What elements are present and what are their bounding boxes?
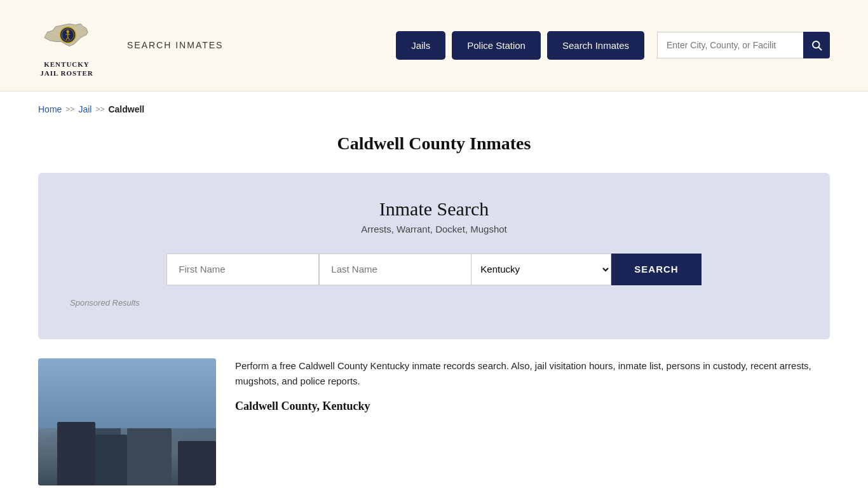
header-search-inmates-label: SEARCH INMATES — [127, 40, 223, 50]
breadcrumb-sep2: >> — [95, 105, 104, 114]
logo-text: KENTUCKY JAIL ROSTER — [40, 60, 93, 78]
last-name-input[interactable] — [319, 254, 471, 285]
search-icon — [811, 39, 822, 51]
search-submit-button[interactable]: SEARCH — [611, 254, 701, 285]
search-card-title: Inmate Search — [70, 198, 798, 220]
content-text: Perform a free Caldwell County Kentucky … — [235, 358, 830, 414]
first-name-input[interactable] — [166, 254, 319, 285]
svg-point-2 — [67, 30, 69, 33]
content-description: Perform a free Caldwell County Kentucky … — [235, 358, 830, 390]
sponsored-label: Sponsored Results — [70, 298, 798, 308]
header-search-bar — [657, 32, 830, 58]
inmate-search-form: KentuckyAlabamaAlaskaArizonaArkansasCali… — [70, 254, 798, 285]
main-nav: Jails Police Station Search Inmates — [396, 31, 830, 60]
header: KENTUCKY JAIL ROSTER SEARCH INMATES Jail… — [0, 0, 868, 92]
breadcrumb-area: Home >> Jail >> Caldwell — [0, 92, 868, 127]
header-search-button[interactable] — [803, 32, 830, 58]
breadcrumb-home[interactable]: Home — [38, 104, 62, 114]
logo-area: KENTUCKY JAIL ROSTER — [38, 13, 95, 78]
facility-image — [38, 358, 216, 485]
breadcrumb: Home >> Jail >> Caldwell — [38, 104, 830, 114]
kentucky-logo-icon — [38, 13, 95, 57]
header-search-input[interactable] — [657, 32, 803, 58]
search-card: Inmate Search Arrests, Warrant, Docket, … — [38, 173, 830, 339]
search-card-subtitle: Arrests, Warrant, Docket, Mugshot — [70, 224, 798, 234]
search-inmates-nav-button[interactable]: Search Inmates — [547, 31, 644, 60]
content-subtitle: Caldwell County, Kentucky — [235, 400, 830, 413]
svg-line-8 — [818, 48, 821, 50]
breadcrumb-jail[interactable]: Jail — [78, 104, 92, 114]
content-area: Perform a free Caldwell County Kentucky … — [0, 358, 868, 485]
breadcrumb-current: Caldwell — [108, 104, 144, 114]
police-station-nav-button[interactable]: Police Station — [452, 31, 541, 60]
breadcrumb-sep1: >> — [65, 105, 74, 114]
state-select[interactable]: KentuckyAlabamaAlaskaArizonaArkansasCali… — [471, 254, 611, 285]
page-title: Caldwell County Inmates — [38, 133, 830, 154]
jails-nav-button[interactable]: Jails — [396, 31, 445, 60]
page-title-area: Caldwell County Inmates — [0, 127, 868, 173]
